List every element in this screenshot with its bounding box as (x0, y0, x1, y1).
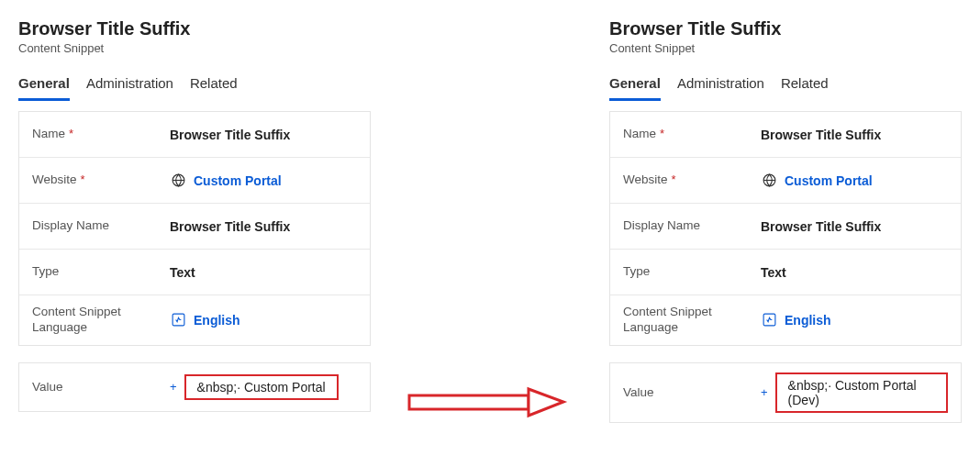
page-title: Browser Title Suffix (609, 18, 962, 39)
type-label: Type (32, 264, 170, 280)
type-value: Text (761, 265, 948, 280)
comparison-arrow (407, 18, 573, 446)
value-value-highlight: &nbsp;· Custom Portal (Dev) (775, 372, 948, 413)
display-name-label: Display Name (623, 218, 761, 234)
tab-bar: General Administration Related (18, 70, 371, 102)
field-name[interactable]: Name* Browser Title Suffix (610, 112, 961, 158)
tab-related[interactable]: Related (190, 70, 238, 101)
required-marker: * (65, 127, 73, 140)
value-label: Value (32, 380, 170, 394)
language-label: Content Snippet Language (32, 305, 170, 336)
field-value-box: Value + &nbsp;· Custom Portal (18, 362, 371, 412)
tab-general[interactable]: General (18, 70, 70, 101)
svg-rect-4 (763, 315, 775, 327)
display-name-value: Browser Title Suffix (761, 219, 948, 234)
type-value: Text (170, 265, 357, 280)
tab-related[interactable]: Related (781, 70, 829, 101)
name-value: Browser Title Suffix (761, 128, 948, 142)
type-label: Type (623, 264, 761, 280)
arrow-right-icon (407, 385, 573, 418)
form-general: Name* Browser Title Suffix Website* Cust… (609, 111, 962, 346)
plus-marker: + (170, 380, 184, 394)
field-language[interactable]: Content Snippet Language English (610, 295, 961, 345)
tab-administration[interactable]: Administration (86, 70, 173, 101)
website-label: Website (623, 172, 668, 186)
field-website[interactable]: Website* Custom Portal (610, 158, 961, 204)
tab-general[interactable]: General (609, 70, 661, 101)
field-value-box: Value + &nbsp;· Custom Portal (Dev) (609, 362, 962, 423)
entity-subtitle: Content Snippet (18, 41, 371, 55)
language-label: Content Snippet Language (623, 305, 761, 336)
language-icon (761, 312, 777, 328)
panel-right: Browser Title Suffix Content Snippet Gen… (609, 18, 962, 423)
name-label: Name (623, 127, 656, 140)
required-marker: * (668, 172, 676, 186)
language-value[interactable]: English (194, 313, 240, 328)
name-label: Name (32, 127, 65, 140)
website-value[interactable]: Custom Portal (785, 173, 873, 188)
field-type[interactable]: Type Text (19, 250, 370, 295)
panel-left: Browser Title Suffix Content Snippet Gen… (18, 18, 371, 412)
svg-rect-1 (173, 315, 184, 327)
globe-icon (170, 172, 186, 189)
display-name-value: Browser Title Suffix (170, 219, 357, 234)
language-icon (170, 312, 186, 328)
tab-bar: General Administration Related (609, 70, 962, 102)
svg-rect-2 (409, 395, 529, 409)
field-value[interactable]: Value + &nbsp;· Custom Portal (Dev) (610, 363, 961, 417)
value-label: Value (623, 385, 761, 399)
required-marker: * (656, 127, 664, 140)
page-title: Browser Title Suffix (18, 18, 371, 39)
name-value: Browser Title Suffix (170, 128, 357, 142)
value-value-highlight: &nbsp;· Custom Portal (184, 374, 339, 400)
field-language[interactable]: Content Snippet Language English (19, 295, 370, 345)
website-value[interactable]: Custom Portal (194, 173, 282, 188)
entity-subtitle: Content Snippet (609, 41, 962, 55)
globe-icon (761, 172, 777, 189)
form-general: Name* Browser Title Suffix Website* Cust… (18, 111, 371, 346)
tab-administration[interactable]: Administration (677, 70, 764, 101)
field-website[interactable]: Website* Custom Portal (19, 158, 370, 204)
display-name-label: Display Name (32, 218, 170, 234)
field-value[interactable]: Value + &nbsp;· Custom Portal (19, 363, 370, 406)
plus-marker: + (761, 385, 775, 399)
website-label: Website (32, 172, 77, 186)
field-display-name[interactable]: Display Name Browser Title Suffix (19, 204, 370, 250)
language-value[interactable]: English (785, 313, 831, 328)
field-name[interactable]: Name* Browser Title Suffix (19, 112, 370, 158)
field-type[interactable]: Type Text (610, 250, 961, 295)
field-display-name[interactable]: Display Name Browser Title Suffix (610, 204, 961, 250)
required-marker: * (77, 172, 85, 186)
